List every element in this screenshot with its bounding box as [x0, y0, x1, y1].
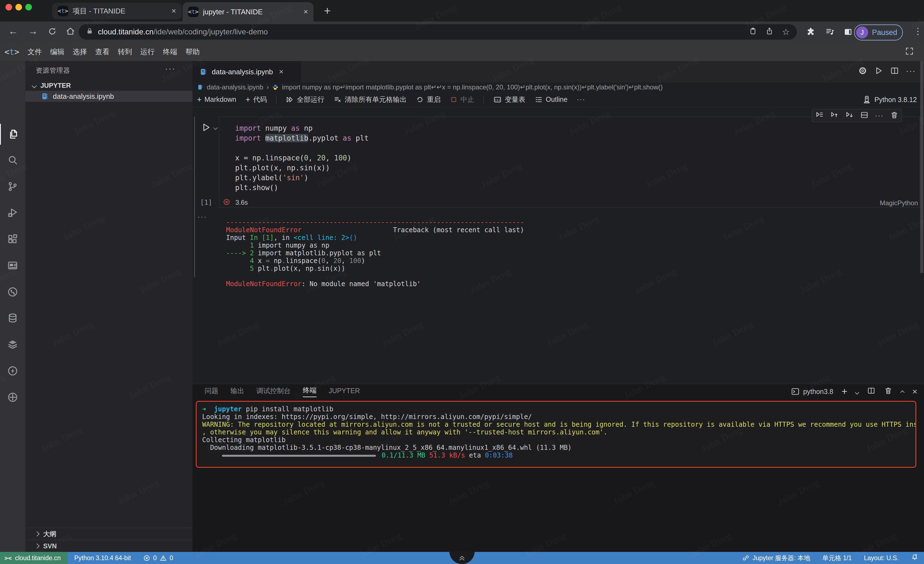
menu-goto[interactable]: 转到: [118, 47, 132, 57]
tab-debug-console[interactable]: 调试控制台: [256, 386, 291, 397]
profile-chip[interactable]: J Paused: [854, 24, 903, 41]
close-icon[interactable]: ×: [172, 7, 176, 15]
clear-outputs-button[interactable]: 清除所有单元格输出: [334, 95, 406, 104]
layers-stack-icon[interactable]: [0, 334, 25, 355]
run-all-play-icon[interactable]: [874, 66, 883, 77]
browser-tab-jupyter[interactable]: <t> jupyter - TITANIDE ×: [183, 2, 314, 21]
run-all-button[interactable]: 全部运行: [286, 95, 324, 104]
close-icon[interactable]: ×: [279, 68, 284, 76]
terminal-output-highlight-box[interactable]: ➜ jupyter pip install matplotlibLooking …: [196, 401, 916, 468]
breadcrumb[interactable]: data-analysis.ipynb › import numpy as np…: [192, 83, 924, 92]
gateway-arrows-icon[interactable]: [0, 387, 25, 408]
menu-help[interactable]: 帮助: [185, 47, 200, 57]
menu-file[interactable]: 文件: [27, 47, 42, 57]
explorer-icon[interactable]: [0, 124, 26, 145]
output-collapse-dots[interactable]: ···: [198, 212, 207, 221]
run-debug-icon[interactable]: [0, 202, 25, 223]
add-markdown-button[interactable]: +Markdown: [197, 95, 236, 104]
section-outline[interactable]: 大纲: [25, 528, 192, 540]
cell-position-status[interactable]: 单元格 1/1: [822, 554, 852, 562]
toolbar-more-icon[interactable]: ···: [577, 95, 585, 104]
browser-tab-title: jupyter - TITANIDE: [203, 8, 299, 16]
cell-language-label[interactable]: MagicPython: [852, 199, 918, 207]
menu-selection[interactable]: 选择: [73, 47, 87, 57]
more-actions-icon[interactable]: ···: [906, 66, 916, 77]
kill-terminal-trash-icon[interactable]: [884, 386, 892, 397]
close-panel-icon[interactable]: ×: [912, 387, 917, 397]
notifications-bell-icon[interactable]: [911, 553, 918, 562]
close-icon[interactable]: ×: [304, 8, 308, 16]
tab-jupyter[interactable]: JUPYTER: [328, 387, 360, 396]
editor-tab-notebook[interactable]: data-analysis.ipynb ×: [192, 61, 301, 83]
bookmark-star-icon[interactable]: ☆: [782, 27, 790, 37]
restart-button[interactable]: 重启: [416, 95, 441, 104]
breadcrumb-file[interactable]: data-analysis.ipynb: [207, 83, 263, 91]
tab-problems[interactable]: 问题: [205, 386, 218, 397]
side-panel-icon[interactable]: [843, 27, 853, 38]
maximize-panel-icon[interactable]: [901, 388, 904, 396]
traffic-minimize-button[interactable]: [15, 4, 22, 11]
delete-cell-trash-icon[interactable]: [890, 111, 899, 120]
cell-more-icon[interactable]: ···: [875, 111, 884, 120]
cell-code-editor[interactable]: import numpy as npimport matplotlib.pypl…: [235, 123, 895, 193]
file-item-notebook[interactable]: data-analysis.ipynb: [25, 91, 192, 102]
run-cell-button[interactable]: [201, 122, 211, 134]
browser-menu-kebab-icon[interactable]: ⋮: [914, 26, 922, 36]
svn-circle-icon[interactable]: [0, 281, 25, 302]
execute-below-icon[interactable]: [845, 111, 854, 120]
menu-terminal[interactable]: 终端: [163, 47, 177, 57]
problems-status[interactable]: 0 0: [143, 554, 173, 562]
explorer-more-icon[interactable]: ···: [165, 64, 176, 73]
search-icon[interactable]: [0, 150, 25, 171]
thunder-icon[interactable]: [0, 360, 25, 381]
reading-list-icon[interactable]: [825, 27, 835, 38]
back-icon[interactable]: ←: [8, 25, 18, 37]
terminal-dropdown-icon[interactable]: [855, 388, 858, 396]
traffic-close-button[interactable]: [6, 4, 12, 11]
traffic-zoom-button[interactable]: [25, 4, 32, 11]
extensions-puzzle-icon[interactable]: [806, 27, 816, 38]
terminal-selector[interactable]: python3.8: [791, 387, 833, 396]
editor-scrollbar[interactable]: [920, 61, 924, 273]
execution-count: [1]: [200, 199, 212, 206]
kernel-picker[interactable]: Python 3.8.12: [862, 92, 917, 107]
interrupt-button[interactable]: 中止: [450, 95, 474, 104]
tab-output[interactable]: 输出: [231, 386, 244, 397]
home-icon[interactable]: [66, 26, 75, 39]
address-bar[interactable]: cloud.titanide.cn/ide/web/coding/jupyter…: [79, 24, 797, 40]
new-tab-button[interactable]: +: [324, 5, 331, 18]
browser-tab-project[interactable]: <t> 项目 - TITANIDE ×: [52, 3, 182, 19]
remote-indicator[interactable]: >< cloud.titanide.cn: [0, 552, 68, 564]
menu-edit[interactable]: 编辑: [50, 47, 64, 57]
section-svn[interactable]: SVN: [25, 540, 192, 552]
execute-above-icon[interactable]: [830, 111, 839, 120]
share-icon[interactable]: [765, 27, 774, 37]
execute-cell-and-below-icon[interactable]: [815, 111, 824, 120]
reload-icon[interactable]: [47, 26, 57, 39]
split-editor-icon[interactable]: [890, 66, 899, 77]
database-icon[interactable]: [0, 308, 25, 328]
section-jupyter[interactable]: JUPYTER: [25, 80, 192, 91]
add-code-button[interactable]: +代码: [246, 95, 267, 104]
menu-run[interactable]: 运行: [140, 47, 154, 57]
variables-button[interactable]: (x) 变量表: [493, 95, 525, 104]
new-terminal-button[interactable]: +: [842, 386, 847, 397]
clipboard-icon[interactable]: [749, 27, 757, 37]
breadcrumb-code-summary[interactable]: import numpy as np↵import matplotlib.pyp…: [282, 83, 663, 91]
tab-terminal[interactable]: 终端: [303, 386, 316, 397]
forward-icon[interactable]: →: [28, 25, 38, 37]
run-cell-dropdown-icon[interactable]: [214, 125, 217, 131]
notebook-settings-gear-icon[interactable]: [858, 66, 867, 77]
divider: [483, 95, 484, 104]
outline-button[interactable]: Outline: [535, 95, 567, 104]
keyboard-layout-status[interactable]: Layout: U.S.: [864, 554, 899, 562]
fullscreen-icon[interactable]: [905, 47, 914, 57]
browser-preview-icon[interactable]: [0, 255, 25, 276]
menu-view[interactable]: 查看: [95, 47, 110, 57]
source-control-icon[interactable]: [0, 176, 25, 197]
jupyter-server-status[interactable]: Jupyter 服务器: 本地: [742, 554, 810, 562]
split-cell-icon[interactable]: [860, 111, 869, 120]
python-interpreter[interactable]: Python 3.10.4 64-bit: [74, 554, 131, 562]
extensions-icon[interactable]: [0, 229, 25, 250]
split-terminal-icon[interactable]: [867, 386, 876, 397]
